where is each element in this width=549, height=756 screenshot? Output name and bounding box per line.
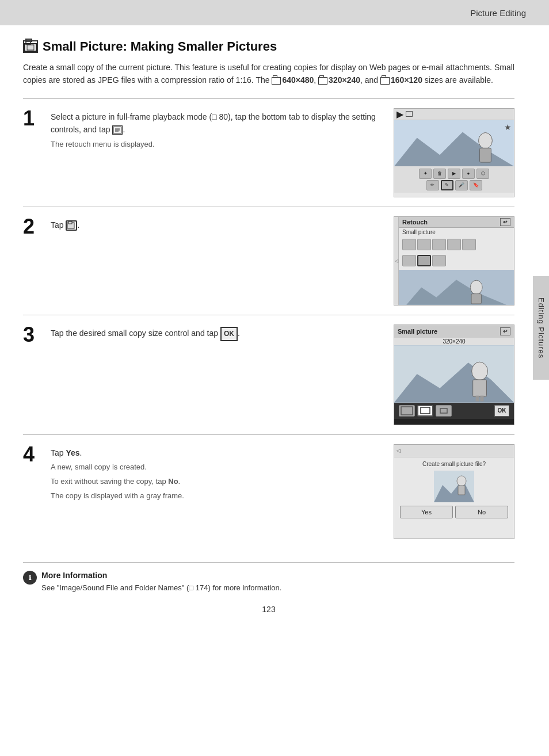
confirm-photo [434,471,474,502]
size-icon-3 [380,77,390,85]
svg-rect-16 [471,294,481,304]
size-btn-medium[interactable] [417,405,433,417]
sp-bottom-bar: OK [394,403,514,419]
step1-subtext: The retouch menu is displayed. [51,139,384,151]
svg-point-9 [479,132,493,148]
sp-title: Small picture [398,328,437,335]
header-title: Picture Editing [470,8,526,18]
ctrl-btn-8[interactable]: 🎤 [455,180,468,190]
ctrl-btn-4[interactable]: ● [462,169,475,179]
desc-suffix: sizes are available. [425,75,493,85]
ctrl-btn-1[interactable]: ✦ [419,169,432,179]
step2-retouch-menu: ◁ Retouch ↩ Small picture [394,216,514,306]
step4-sub1: A new, small copy is created. [51,461,384,474]
retouch-photo [399,270,514,305]
confirm-top-bar: ◁ [394,445,514,457]
back-button[interactable]: ↩ [500,218,510,226]
play-icon: ▶ [396,109,403,120]
step4-yes-word: Yes [66,448,79,457]
svg-rect-20 [473,380,487,397]
svg-rect-21 [476,395,479,401]
retouch-icons-row [399,236,514,253]
svg-rect-10 [480,148,491,162]
page-number: 123 [23,605,514,625]
confirm-text: Create small picture file? [394,457,514,471]
retouch-icons-row-2 [399,253,514,269]
page-title-row: Small Picture: Making Smaller Pictures [23,39,514,54]
step-text-2: Tap . [51,216,384,234]
svg-rect-25 [440,408,447,413]
ctrl-btn-3[interactable]: ▶ [448,169,460,179]
desc-size3: 160×120 [391,75,422,85]
desc-sep2: , and [360,75,378,85]
more-info-text: See "Image/Sound File and Folder Names" … [41,582,514,594]
page-title: Small Picture: Making Smaller Pictures [43,39,277,54]
ctrl-btn-6[interactable]: ✏ [426,180,439,190]
more-info-section: ℹ More Information See "Image/Sound File… [23,562,514,594]
size-buttons-group [399,405,452,417]
retouch-icon-5[interactable] [462,239,476,250]
size-btn-small[interactable] [436,405,452,417]
ctrl-row-2: ✏ ✎ 🎤 🔖 [396,180,512,190]
retouch-title: Retouch [402,219,428,226]
no-button[interactable]: No [455,506,508,518]
confirm-top-indicator: ◁ [396,448,401,453]
svg-point-15 [470,280,482,294]
step4-confirm: ◁ Create small picture file? Yes No [394,444,514,539]
svg-rect-12 [68,222,72,224]
svg-point-28 [457,476,466,486]
small-picture-label: Small picture [399,228,514,236]
svg-rect-2 [27,45,34,50]
size-icon-1 [272,77,281,85]
step-number-2: 2 [23,216,41,237]
main-content: Small Picture: Making Smaller Pictures C… [0,25,549,639]
ok-button[interactable]: OK [494,405,509,417]
retouch-icon-3[interactable] [432,239,446,250]
small-picture-icon [23,40,38,53]
size-icon-2 [318,77,327,85]
cam-top-bar: ▶ [394,109,514,120]
star-badge: ★ [504,123,512,132]
step3-small-picture: Small picture ↩ 320×240 [394,324,514,425]
retouch-icon-8[interactable] [432,255,446,266]
step4-sub2: To exit without saving the copy, tap No. [51,476,384,488]
step-number-1: 1 [23,108,41,129]
info-icon: ℹ [23,571,37,585]
step-text-1: Select a picture in full-frame playback … [51,108,384,153]
step-text-3: Tap the desired small copy size control … [51,324,384,343]
step-number-3: 3 [23,324,41,345]
ctrl-row-1: ✦ 🗑 ▶ ● ⬡ [396,169,512,179]
retouch-icon-1[interactable] [402,239,416,250]
ctrl-btn-9[interactable]: 🔖 [470,180,482,190]
svg-rect-24 [421,407,430,414]
step-number-4: 4 [23,444,41,465]
yes-button[interactable]: Yes [400,506,453,518]
cam-controls-bar: ✦ 🗑 ▶ ● ⬡ ✏ ✎ 🎤 🔖 [394,166,514,193]
cam-battery-icon [406,111,413,117]
desc-size1: 640×480 [282,75,314,85]
retouch-icon-2[interactable] [417,239,431,250]
confirm-buttons: Yes No [394,502,514,522]
step3-instruction: Tap the desired small copy size control … [51,327,384,341]
step2-instruction: Tap . [51,219,384,231]
retouch-icon-7-selected[interactable] [417,255,431,266]
ctrl-btn-7[interactable]: ✎ [441,180,453,190]
sp-photo [394,345,514,403]
ctrl-btn-5[interactable]: ⬡ [476,169,489,179]
size-btn-large[interactable] [399,405,415,417]
retouch-icon-6[interactable] [402,255,416,266]
cam-photo-area: ★ [394,120,514,166]
sp-back-button[interactable]: ↩ [500,327,510,335]
svg-rect-29 [458,486,465,495]
desc-size2: 320×240 [329,75,360,85]
retouch-icon-4[interactable] [447,239,461,250]
step-row-1: 1 Select a picture in full-frame playbac… [23,98,514,207]
desc-sep1: , [314,75,316,85]
step1-camera-screen: ▶ ★ ✦ [394,108,514,197]
more-info-title: More Information [41,571,514,580]
svg-rect-1 [26,41,30,44]
step-row-4: 4 Tap Yes. A new, small copy is created.… [23,434,514,548]
ctrl-btn-2[interactable]: 🗑 [433,169,446,179]
retouch-header: Retouch ↩ [399,217,514,228]
header-bar: Picture Editing [0,0,549,25]
